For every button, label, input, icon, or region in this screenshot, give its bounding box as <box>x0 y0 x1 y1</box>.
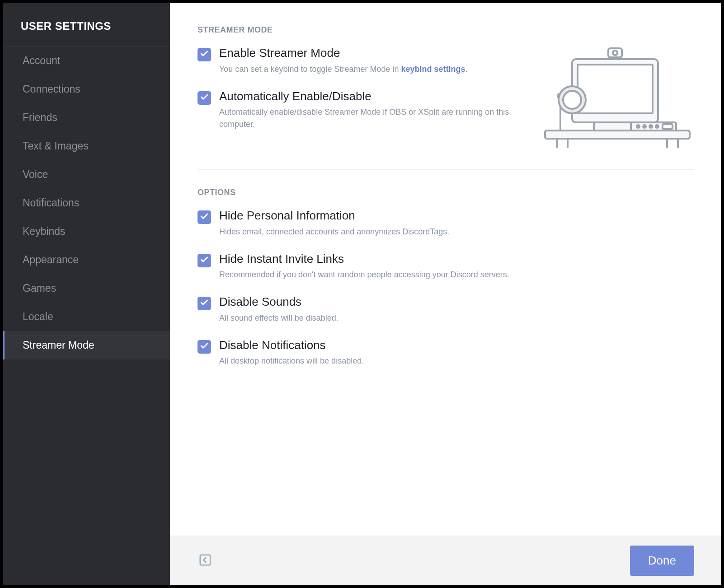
setting-title: Disable Notifications <box>219 338 694 353</box>
setting-text: Disable Sounds All sound effects will be… <box>219 294 694 324</box>
disable-notifications-checkbox[interactable] <box>197 340 211 354</box>
setting-desc: Hides email, connected accounts and anon… <box>219 226 694 238</box>
setting-hide-personal-info: Hide Personal Information Hides email, c… <box>197 208 694 238</box>
sidebar-title: USER SETTINGS <box>3 3 170 47</box>
setting-desc: You can set a keybind to toggle Streamer… <box>219 63 530 75</box>
setting-hide-invite-links: Hide Instant Invite Links Recommended if… <box>197 252 694 281</box>
svg-rect-0 <box>545 131 690 139</box>
sidebar-item-friends[interactable]: Friends <box>3 103 170 132</box>
svg-point-17 <box>643 125 646 128</box>
setting-desc: Recommended if you don't want random peo… <box>219 269 694 281</box>
settings-window: USER SETTINGS Account Connections Friend… <box>2 2 722 586</box>
sidebar-item-connections[interactable]: Connections <box>3 75 170 103</box>
enable-streamer-mode-checkbox[interactable] <box>197 48 211 61</box>
setting-disable-sounds: Disable Sounds All sound effects will be… <box>197 294 694 324</box>
sidebar-item-label: Notifications <box>23 197 79 209</box>
svg-rect-5 <box>594 122 635 131</box>
svg-point-16 <box>637 125 639 128</box>
done-button[interactable]: Done <box>630 546 694 576</box>
setting-auto-enable-disable: Automatically Enable/Disable Automatical… <box>197 89 530 131</box>
done-button-label: Done <box>648 554 676 567</box>
section-header-options: OPTIONS <box>197 188 694 197</box>
svg-rect-20 <box>663 124 672 129</box>
sidebar-item-streamer-mode[interactable]: Streamer Mode <box>3 331 170 359</box>
sidebar-item-label: Connections <box>23 83 80 95</box>
setting-text: Disable Notifications All desktop notifi… <box>219 338 694 368</box>
svg-point-18 <box>649 125 652 128</box>
settings-content: STREAMER MODE Enable Streamer Mode <box>170 3 721 536</box>
svg-point-9 <box>613 51 617 55</box>
back-button[interactable] <box>197 553 213 569</box>
svg-point-19 <box>656 125 658 128</box>
sidebar-item-label: Friends <box>23 112 57 123</box>
desc-suffix: . <box>465 65 468 74</box>
setting-text: Enable Streamer Mode You can set a keybi… <box>219 46 530 75</box>
sidebar-item-locale[interactable]: Locale <box>3 303 170 331</box>
sidebar-item-account[interactable]: Account <box>3 47 170 75</box>
sidebar-item-notifications[interactable]: Notifications <box>3 189 170 217</box>
setting-desc: Automatically enable/disable Streamer Mo… <box>219 106 530 131</box>
sidebar-item-label: Streamer Mode <box>23 339 94 351</box>
section-header-streamer-mode: STREAMER MODE <box>197 25 694 35</box>
sidebar-item-keybinds[interactable]: Keybinds <box>3 217 170 246</box>
svg-rect-7 <box>578 65 653 113</box>
check-icon <box>200 212 209 223</box>
back-arrow-icon <box>198 553 212 569</box>
desc-prefix: You can set a keybind to toggle Streamer… <box>219 65 401 74</box>
main-panel: STREAMER MODE Enable Streamer Mode <box>170 3 721 585</box>
setting-title: Enable Streamer Mode <box>219 46 530 61</box>
footer-bar: Done <box>170 536 721 585</box>
setting-title: Hide Instant Invite Links <box>219 252 694 266</box>
setting-title: Disable Sounds <box>219 294 694 309</box>
sidebar-item-label: Locale <box>23 311 53 322</box>
monitor-webcam-icon <box>541 46 694 149</box>
setting-enable-streamer-mode: Enable Streamer Mode You can set a keybi… <box>197 46 530 75</box>
setting-desc: All sound effects will be disabled. <box>219 312 694 324</box>
sidebar-item-label: Keybinds <box>23 225 66 237</box>
streamer-mode-hero-row: Enable Streamer Mode You can set a keybi… <box>197 46 694 151</box>
streamer-illustration <box>541 46 694 151</box>
setting-text: Hide Personal Information Hides email, c… <box>219 208 694 238</box>
keybind-settings-link[interactable]: keybind settings <box>401 65 465 74</box>
setting-title: Hide Personal Information <box>219 208 694 223</box>
setting-text: Hide Instant Invite Links Recommended if… <box>219 252 694 281</box>
check-icon <box>200 298 209 309</box>
sidebar-item-label: Account <box>23 55 60 66</box>
setting-text: Automatically Enable/Disable Automatical… <box>219 89 530 131</box>
check-icon <box>200 49 209 60</box>
svg-rect-21 <box>200 555 211 565</box>
sidebar: USER SETTINGS Account Connections Friend… <box>3 3 170 585</box>
check-icon <box>200 93 209 103</box>
auto-enable-disable-checkbox[interactable] <box>197 91 211 105</box>
check-icon <box>200 255 209 266</box>
sidebar-item-label: Voice <box>23 168 48 180</box>
sidebar-item-games[interactable]: Games <box>3 274 170 303</box>
svg-point-14 <box>563 91 581 109</box>
sidebar-items: Account Connections Friends Text & Image… <box>3 47 170 359</box>
setting-desc: All desktop notifications will be disabl… <box>219 355 694 367</box>
sidebar-item-text-images[interactable]: Text & Images <box>3 132 170 160</box>
sidebar-item-label: Games <box>23 282 56 294</box>
streamer-mode-hero-settings: Enable Streamer Mode You can set a keybi… <box>197 46 530 144</box>
hide-personal-info-checkbox[interactable] <box>197 210 211 224</box>
sidebar-item-label: Text & Images <box>23 140 89 152</box>
check-icon <box>200 341 209 352</box>
setting-title: Automatically Enable/Disable <box>219 89 530 104</box>
hide-invite-links-checkbox[interactable] <box>197 254 211 267</box>
setting-disable-notifications: Disable Notifications All desktop notifi… <box>197 338 694 368</box>
sidebar-item-voice[interactable]: Voice <box>3 160 170 189</box>
sidebar-item-appearance[interactable]: Appearance <box>3 246 170 274</box>
section-divider <box>197 169 694 170</box>
disable-sounds-checkbox[interactable] <box>197 297 211 310</box>
sidebar-item-label: Appearance <box>23 254 79 266</box>
